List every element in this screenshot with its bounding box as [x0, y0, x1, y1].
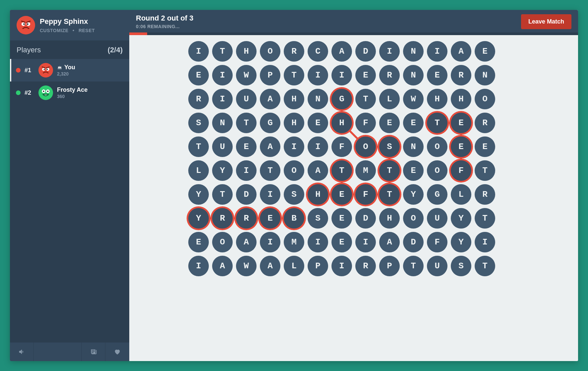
letter-cell[interactable]: G	[427, 184, 447, 205]
letter-cell[interactable]: T	[236, 113, 257, 133]
letter-cell[interactable]: S	[308, 208, 328, 229]
letter-cell[interactable]: S	[188, 113, 209, 133]
letter-cell[interactable]: E	[403, 160, 424, 181]
letter-cell[interactable]: I	[236, 160, 257, 181]
letter-cell[interactable]: R	[451, 65, 471, 85]
player-row[interactable]: #1 You2,320	[10, 59, 129, 81]
letter-cell[interactable]: H	[379, 208, 400, 229]
letter-cell[interactable]: I	[379, 41, 400, 62]
letter-cell[interactable]: R	[212, 208, 233, 229]
letter-cell[interactable]: D	[403, 232, 424, 252]
letter-cell[interactable]: T	[355, 89, 376, 109]
letter-cell[interactable]: T	[212, 41, 233, 62]
letter-cell[interactable]: T	[260, 160, 280, 181]
letter-cell[interactable]: T	[188, 136, 209, 157]
letter-cell[interactable]: E	[475, 136, 495, 157]
letter-cell[interactable]: A	[260, 136, 280, 157]
letter-cell[interactable]: U	[236, 89, 257, 109]
letter-cell[interactable]: C	[308, 41, 328, 62]
letter-cell[interactable]: M	[284, 232, 304, 252]
letter-cell[interactable]: I	[308, 136, 328, 157]
letter-cell[interactable]: N	[212, 113, 233, 133]
letter-cell[interactable]: N	[403, 65, 424, 85]
letter-cell[interactable]: Y	[188, 208, 209, 229]
letter-cell[interactable]: I	[427, 41, 447, 62]
letter-cell[interactable]: A	[212, 256, 233, 276]
letter-cell[interactable]: N	[403, 41, 424, 62]
letter-cell[interactable]: H	[284, 113, 304, 133]
letter-cell[interactable]: O	[403, 208, 424, 229]
letter-cell[interactable]: I	[331, 256, 352, 276]
letter-cell[interactable]: O	[355, 136, 376, 157]
letter-cell[interactable]: F	[427, 232, 447, 252]
letter-cell[interactable]: I	[284, 136, 304, 157]
letter-cell[interactable]: Y	[212, 160, 233, 181]
letter-cell[interactable]: R	[355, 256, 376, 276]
letter-cell[interactable]: E	[188, 65, 209, 85]
letter-cell[interactable]: E	[427, 65, 447, 85]
letter-cell[interactable]: I	[212, 89, 233, 109]
letter-cell[interactable]: L	[451, 184, 471, 205]
letter-cell[interactable]: H	[331, 113, 352, 133]
letter-cell[interactable]: I	[331, 65, 352, 85]
letter-cell[interactable]: O	[284, 160, 304, 181]
letter-cell[interactable]: E	[451, 113, 471, 133]
letter-cell[interactable]: W	[236, 65, 257, 85]
letter-cell[interactable]: H	[284, 89, 304, 109]
letter-cell[interactable]: R	[188, 89, 209, 109]
news-button[interactable]	[82, 343, 105, 361]
letter-cell[interactable]: R	[236, 208, 257, 229]
letter-cell[interactable]: D	[355, 41, 376, 62]
letter-cell[interactable]: A	[308, 160, 328, 181]
letter-cell[interactable]: A	[379, 232, 400, 252]
sound-toggle[interactable]	[10, 343, 34, 361]
letter-cell[interactable]: E	[188, 232, 209, 252]
letter-cell[interactable]: A	[451, 41, 471, 62]
letter-cell[interactable]: M	[355, 160, 376, 181]
letter-cell[interactable]: T	[427, 113, 447, 133]
letter-cell[interactable]: U	[427, 256, 447, 276]
letter-cell[interactable]: E	[451, 136, 471, 157]
letter-cell[interactable]: E	[379, 113, 400, 133]
letter-cell[interactable]: T	[379, 160, 400, 181]
letter-cell[interactable]: T	[475, 160, 495, 181]
letter-cell[interactable]: I	[188, 256, 209, 276]
letter-cell[interactable]: O	[260, 41, 280, 62]
letter-cell[interactable]: N	[308, 89, 328, 109]
letter-cell[interactable]: H	[451, 89, 471, 109]
letter-cell[interactable]: A	[260, 89, 280, 109]
letter-cell[interactable]: H	[308, 184, 328, 205]
letter-cell[interactable]: E	[403, 113, 424, 133]
letter-cell[interactable]: A	[260, 256, 280, 276]
letter-cell[interactable]: I	[212, 65, 233, 85]
letter-cell[interactable]: U	[427, 208, 447, 229]
letter-cell[interactable]: N	[475, 65, 495, 85]
letter-cell[interactable]: E	[331, 184, 352, 205]
letter-cell[interactable]: L	[188, 160, 209, 181]
letter-cell[interactable]: P	[379, 256, 400, 276]
letter-cell[interactable]: S	[451, 256, 471, 276]
letter-cell[interactable]: F	[355, 113, 376, 133]
letter-cell[interactable]: T	[379, 184, 400, 205]
letter-cell[interactable]: G	[331, 89, 352, 109]
letter-cell[interactable]: B	[284, 208, 304, 229]
leave-match-button[interactable]: Leave Match	[521, 14, 571, 29]
letter-cell[interactable]: R	[284, 41, 304, 62]
letter-cell[interactable]: L	[379, 89, 400, 109]
letter-cell[interactable]: U	[212, 136, 233, 157]
letter-cell[interactable]: L	[284, 256, 304, 276]
letter-cell[interactable]: T	[284, 65, 304, 85]
favorite-button[interactable]	[105, 343, 129, 361]
letter-cell[interactable]: O	[212, 232, 233, 252]
letter-cell[interactable]: T	[212, 184, 233, 205]
letter-cell[interactable]: I	[355, 232, 376, 252]
letter-cell[interactable]: E	[355, 65, 376, 85]
letter-cell[interactable]: Y	[403, 184, 424, 205]
letter-cell[interactable]: P	[308, 256, 328, 276]
letter-cell[interactable]: O	[427, 136, 447, 157]
letter-cell[interactable]: E	[475, 41, 495, 62]
letter-cell[interactable]: R	[475, 113, 495, 133]
letter-cell[interactable]: I	[308, 65, 328, 85]
letter-cell[interactable]: S	[284, 184, 304, 205]
letter-cell[interactable]: I	[260, 184, 280, 205]
